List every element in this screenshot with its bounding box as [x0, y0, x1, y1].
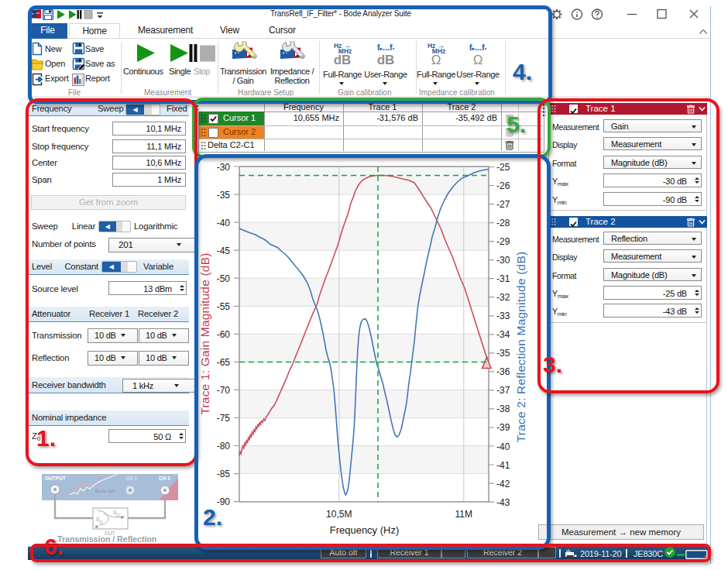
svg-text:Bode 100: Bode 100	[95, 489, 115, 493]
svg-text:11: 11	[99, 520, 103, 524]
svg-text:OUTPUT: OUTPUT	[45, 476, 66, 481]
svg-text:CH 2: CH 2	[159, 476, 170, 481]
svg-text:21: 21	[116, 513, 121, 517]
svg-text:CH 1: CH 1	[125, 476, 137, 481]
